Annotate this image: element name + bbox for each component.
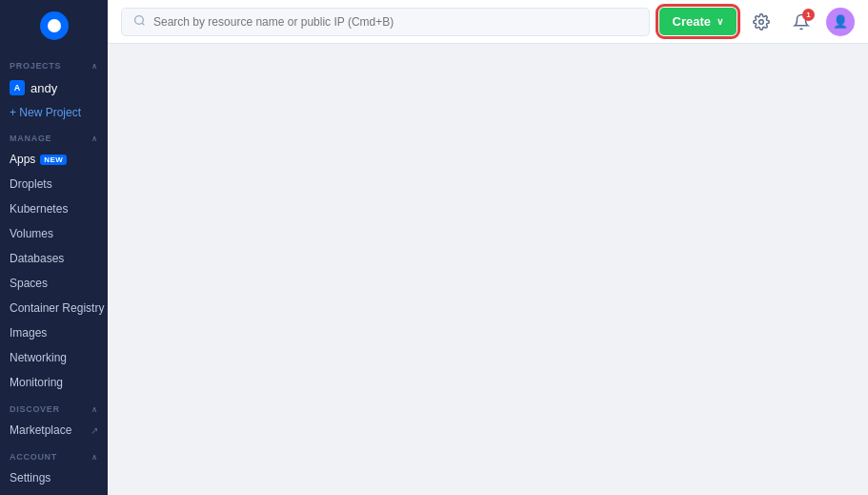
logo-inner <box>48 19 61 32</box>
manage-chevron-icon: ∧ <box>91 134 98 143</box>
projects-section-header: PROJECTS ∧ <box>0 52 108 74</box>
logo-circle <box>40 11 69 40</box>
sidebar-item-spaces[interactable]: Spaces <box>0 271 108 296</box>
create-chevron-icon: ∨ <box>717 16 723 27</box>
sidebar-item-databases[interactable]: Databases <box>0 246 108 271</box>
account-chevron-icon: ∧ <box>91 453 98 462</box>
sidebar-item-settings[interactable]: Settings <box>0 465 108 490</box>
sidebar-item-andy-project[interactable]: A andy <box>0 74 108 101</box>
sidebar-item-networking[interactable]: Networking <box>0 345 108 370</box>
sidebar-item-container-registry[interactable]: Container Registry <box>0 296 108 320</box>
sidebar-item-images[interactable]: Images <box>0 320 108 345</box>
manage-section-header: MANAGE ∧ <box>0 124 108 147</box>
header: Create ∨ 1 👤 <box>108 0 868 44</box>
gear-button[interactable] <box>746 7 777 37</box>
apps-new-badge: NEW <box>40 155 67 165</box>
projects-chevron-icon: ∧ <box>91 62 98 71</box>
project-icon: A <box>10 80 25 95</box>
sidebar-item-marketplace[interactable]: Marketplace ↗ <box>0 418 108 443</box>
sidebar-item-apps[interactable]: Apps NEW <box>0 147 108 172</box>
account-section-header: ACCOUNT ∧ <box>0 443 108 465</box>
discover-section-header: DISCOVER ∧ <box>0 395 108 418</box>
avatar-icon: 👤 <box>833 14 848 29</box>
svg-point-2 <box>759 19 764 24</box>
main-area: Create ∨ 1 👤 <box>108 0 868 495</box>
sidebar: PROJECTS ∧ A andy + New Project MANAGE ∧… <box>0 0 108 495</box>
search-icon <box>133 14 146 30</box>
new-project-link[interactable]: + New Project <box>0 101 108 124</box>
notification-badge: 1 <box>802 9 815 21</box>
sidebar-item-kubernetes[interactable]: Kubernetes <box>0 196 108 221</box>
content-area <box>108 44 868 495</box>
logo <box>0 0 108 52</box>
search-input[interactable] <box>153 15 637 29</box>
create-button[interactable]: Create ∨ <box>659 8 737 35</box>
discover-chevron-icon: ∧ <box>91 405 98 414</box>
search-container[interactable] <box>121 8 650 36</box>
sidebar-item-droplets[interactable]: Droplets <box>0 172 108 196</box>
sidebar-item-billing[interactable]: Billing <box>0 490 108 495</box>
svg-point-0 <box>135 15 144 24</box>
sidebar-item-monitoring[interactable]: Monitoring <box>0 370 108 395</box>
notifications-button[interactable]: 1 <box>786 7 817 37</box>
sidebar-item-volumes[interactable]: Volumes <box>0 221 108 246</box>
project-name: andy <box>30 81 57 95</box>
avatar-button[interactable]: 👤 <box>826 8 855 36</box>
svg-line-1 <box>142 23 144 25</box>
external-link-icon: ↗ <box>91 425 98 436</box>
